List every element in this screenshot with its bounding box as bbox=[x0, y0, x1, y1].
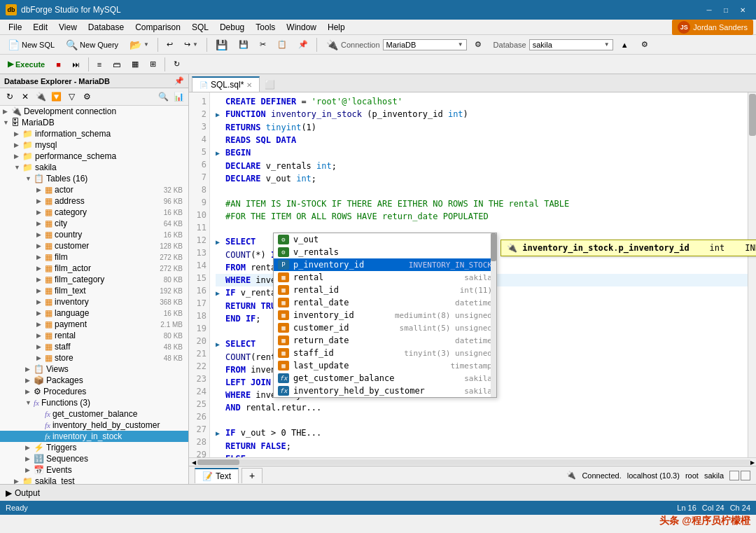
window-controls[interactable]: ─ □ ✕ bbox=[701, 4, 750, 16]
text-view-tab[interactable]: 📝 Text bbox=[195, 468, 239, 483]
autocomplete-dropdown[interactable]: ⚙v_out⚙v_rentalsPp_inventory_idINVENTORY… bbox=[273, 233, 497, 398]
sidebar-item-address[interactable]: ▶▦address96 KB bbox=[0, 195, 188, 207]
sidebar-item-triggers[interactable]: ▶⚡Triggers bbox=[0, 442, 188, 453]
sidebar-item-film_category[interactable]: ▶▦film_category80 KB bbox=[0, 274, 188, 285]
tree-arrow-store[interactable]: ▶ bbox=[36, 354, 45, 361]
tree-arrow-events[interactable]: ▶ bbox=[25, 466, 34, 473]
sidebar-item-procedures[interactable]: ▶⚙Procedures bbox=[0, 386, 188, 397]
copy-button[interactable]: 📋 bbox=[272, 38, 292, 51]
tree-arrow-mysql[interactable]: ▶ bbox=[14, 141, 22, 148]
ac-item-12[interactable]: fxinventory_held_by_customersakila bbox=[274, 385, 496, 397]
sidebar-pin-icon[interactable]: 📌 bbox=[174, 76, 184, 85]
menu-debug[interactable]: Debug bbox=[214, 21, 250, 34]
tab-sql[interactable]: 📄 SQL.sql* ✕ bbox=[192, 76, 260, 92]
close-button[interactable]: ✕ bbox=[735, 4, 750, 16]
add-tab-button[interactable]: + bbox=[241, 468, 262, 483]
grid-button[interactable]: ⊞ bbox=[145, 57, 161, 71]
tree-arrow-sakila[interactable]: ▼ bbox=[14, 164, 22, 171]
table-button[interactable]: ▦ bbox=[127, 57, 144, 71]
menu-window[interactable]: Window bbox=[281, 21, 322, 34]
tree-arrow-tables[interactable]: ▼ bbox=[25, 175, 34, 182]
editor-scrollbar-h[interactable]: ◀ ▶ bbox=[189, 457, 756, 466]
sidebar-connect-btn[interactable]: 🔌 bbox=[34, 90, 48, 104]
tree-arrow-mariadb[interactable]: ▼ bbox=[3, 119, 11, 126]
sidebar-item-inventory_held_by_customer[interactable]: fxinventory_held_by_customer bbox=[0, 420, 188, 431]
connection-select[interactable]: MariaDB ▼ bbox=[383, 39, 467, 50]
connection-settings[interactable]: ⚙ bbox=[470, 38, 486, 51]
sidebar-more-btn[interactable]: 📊 bbox=[172, 90, 186, 104]
sidebar-refresh-btn[interactable]: ↻ bbox=[3, 90, 17, 104]
ac-item-6[interactable]: ▦inventory_idmediumint(8) unsigned bbox=[274, 309, 496, 321]
tree-arrow-sequences[interactable]: ▶ bbox=[25, 455, 34, 462]
tree-arrow-country[interactable]: ▶ bbox=[36, 231, 45, 238]
tree-arrow-procedures[interactable]: ▶ bbox=[25, 388, 34, 395]
tree-arrow-staff[interactable]: ▶ bbox=[36, 343, 45, 350]
sidebar-item-mysql[interactable]: ▶📁mysql bbox=[0, 139, 188, 151]
menu-view[interactable]: View bbox=[53, 21, 83, 34]
sidebar-item-info-schema[interactable]: ▶📁information_schema bbox=[0, 128, 188, 139]
tab-maximize-btn[interactable]: ⬜ bbox=[262, 78, 276, 92]
paste-button[interactable]: 📌 bbox=[293, 38, 313, 51]
ac-item-2[interactable]: Pp_inventory_idINVENTORY_IN_STOCK bbox=[274, 258, 496, 271]
tree-arrow-city[interactable]: ▶ bbox=[36, 220, 45, 227]
ac-item-11[interactable]: fxget_customer_balancesakila bbox=[274, 372, 496, 385]
open-button[interactable]: 📂 ▼ bbox=[125, 37, 154, 53]
tree-arrow-film_category[interactable]: ▶ bbox=[36, 276, 45, 283]
sidebar-filter3-btn[interactable]: 🔍 bbox=[156, 90, 170, 104]
view-icon-2[interactable] bbox=[741, 471, 750, 480]
menu-help[interactable]: Help bbox=[322, 21, 351, 34]
tree-arrow-info-schema[interactable]: ▶ bbox=[14, 130, 22, 137]
tree-arrow-customer[interactable]: ▶ bbox=[36, 242, 45, 249]
sidebar-item-get_customer_balance[interactable]: fxget_customer_balance bbox=[0, 408, 188, 420]
ac-item-0[interactable]: ⚙v_out bbox=[274, 233, 496, 246]
sidebar-item-sequences[interactable]: ▶🔢Sequences bbox=[0, 453, 188, 464]
sidebar-item-payment[interactable]: ▶▦payment2.1 MB bbox=[0, 319, 188, 330]
ac-item-4[interactable]: ▦rental_idint(11) bbox=[274, 284, 496, 296]
ac-scrollbar[interactable] bbox=[491, 233, 496, 397]
sidebar-item-views[interactable]: ▶📋Views bbox=[0, 364, 188, 375]
sidebar-filter-btn[interactable]: 🔽 bbox=[49, 90, 63, 104]
sidebar-item-customer[interactable]: ▶▦customer128 KB bbox=[0, 240, 188, 251]
ac-item-1[interactable]: ⚙v_rentals bbox=[274, 246, 496, 258]
new-sql-button[interactable]: 📄 New SQL bbox=[3, 37, 59, 53]
stop-button[interactable]: ■ bbox=[51, 58, 66, 71]
maximize-button[interactable]: □ bbox=[718, 4, 734, 16]
sidebar-item-packages[interactable]: ▶📦Packages bbox=[0, 375, 188, 386]
menu-comparison[interactable]: Comparison bbox=[130, 21, 186, 34]
sidebar-item-film_actor[interactable]: ▶▦film_actor272 KB bbox=[0, 263, 188, 274]
format-button[interactable]: ≡ bbox=[92, 58, 106, 71]
menu-tools[interactable]: Tools bbox=[250, 21, 281, 34]
sidebar-filter2-btn[interactable]: ▽ bbox=[64, 90, 78, 104]
editor-scrollbar-v[interactable] bbox=[748, 92, 756, 457]
sidebar-item-film_text[interactable]: ▶▦film_text192 KB bbox=[0, 285, 188, 296]
tree-arrow-packages[interactable]: ▶ bbox=[25, 377, 34, 384]
sidebar-item-tables[interactable]: ▼📋Tables (16) bbox=[0, 173, 188, 184]
menu-file[interactable]: File bbox=[3, 21, 27, 34]
tree-arrow-film[interactable]: ▶ bbox=[36, 254, 45, 261]
tree-arrow-address[interactable]: ▶ bbox=[36, 198, 45, 205]
menu-sql[interactable]: SQL bbox=[186, 21, 214, 34]
sidebar-schema-btn[interactable]: ⚙ bbox=[80, 90, 94, 104]
sidebar-item-perf-schema[interactable]: ▶📁performance_schema bbox=[0, 151, 188, 162]
tree-arrow-dev-conn[interactable]: ▶ bbox=[3, 108, 11, 115]
sidebar-item-staff[interactable]: ▶▦staff48 KB bbox=[0, 341, 188, 352]
sidebar-item-actor[interactable]: ▶▦actor32 KB bbox=[0, 184, 188, 195]
sidebar-item-mariadb[interactable]: ▼🗄MariaDB bbox=[0, 117, 188, 128]
save-all-button[interactable]: 💾 bbox=[234, 38, 253, 51]
sidebar-item-events[interactable]: ▶📅Events bbox=[0, 464, 188, 476]
ac-item-9[interactable]: ▦staff_idtinyint(3) unsigned bbox=[274, 347, 496, 359]
ac-item-3[interactable]: ▦rentalsakila bbox=[274, 271, 496, 284]
database-select[interactable]: sakila ▼ bbox=[529, 39, 613, 50]
sidebar-item-sakila[interactable]: ▼📁sakila bbox=[0, 162, 188, 173]
sidebar-item-sakila_test[interactable]: ▶📁sakila_test bbox=[0, 476, 188, 484]
step-button[interactable]: ⏭ bbox=[67, 58, 85, 71]
tree-arrow-views[interactable]: ▶ bbox=[25, 366, 34, 373]
tree-arrow-language[interactable]: ▶ bbox=[36, 310, 45, 317]
tree-arrow-actor[interactable]: ▶ bbox=[36, 186, 45, 193]
sidebar-item-category[interactable]: ▶▦category16 KB bbox=[0, 207, 188, 218]
undo-button[interactable]: ↩ bbox=[162, 38, 178, 51]
sidebar-item-inventory_in_stock[interactable]: fxinventory_in_stock bbox=[0, 431, 188, 442]
sidebar-item-film[interactable]: ▶▦film272 KB bbox=[0, 251, 188, 263]
ac-item-7[interactable]: ▦customer_idsmallint(5) unsigned bbox=[274, 321, 496, 334]
cut-button[interactable]: ✂ bbox=[255, 38, 271, 51]
